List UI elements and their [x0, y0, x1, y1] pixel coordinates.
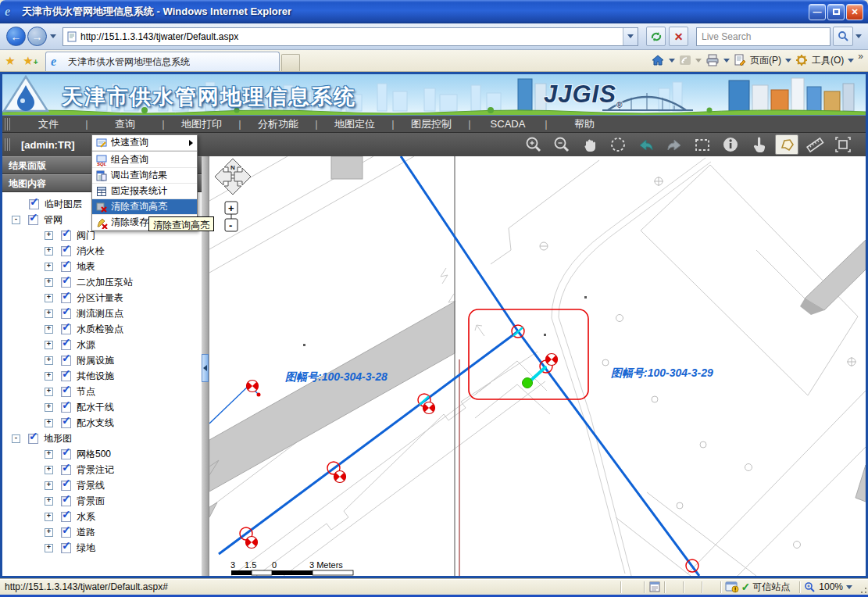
- stop-button[interactable]: ✕: [669, 27, 688, 46]
- title-bar[interactable]: e 天津市供水管网地理信息系统 - Windows Internet Explo…: [0, 0, 868, 23]
- expand-expander-icon[interactable]: +: [45, 341, 53, 349]
- back-button[interactable]: ←: [6, 27, 26, 46]
- expand-expander-icon[interactable]: +: [45, 544, 53, 552]
- layer-checkbox[interactable]: ✓: [61, 356, 71, 366]
- feeds-icon[interactable]: [679, 55, 691, 66]
- expand-expander-icon[interactable]: +: [45, 513, 53, 521]
- measure-tool[interactable]: [803, 134, 827, 155]
- layer-label[interactable]: 二次加压泵站: [77, 276, 133, 289]
- next-extent-tool[interactable]: [663, 134, 686, 155]
- search-options-icon[interactable]: [855, 34, 862, 38]
- expand-expander-icon[interactable]: +: [45, 481, 53, 490]
- menu-grip[interactable]: [5, 118, 10, 130]
- menu-scada[interactable]: SCADA: [473, 118, 543, 130]
- minimize-button[interactable]: —: [809, 4, 826, 20]
- layer-checkbox[interactable]: ✓: [61, 543, 71, 553]
- layer-label[interactable]: 水源: [77, 338, 95, 352]
- home-dropdown-icon[interactable]: [669, 59, 675, 63]
- menu-analysis[interactable]: 分析功能: [243, 117, 313, 131]
- home-icon[interactable]: [651, 54, 665, 66]
- layer-label[interactable]: 水质检验点: [77, 323, 123, 336]
- zoom-out-tool[interactable]: [550, 134, 573, 155]
- layer-checkbox[interactable]: ✓: [61, 246, 71, 256]
- rectangle-select-tool[interactable]: [691, 134, 714, 155]
- layer-label[interactable]: 测流测压点: [77, 307, 123, 320]
- page-menu-label[interactable]: 页面(P): [750, 54, 781, 67]
- layer-label[interactable]: 地表: [77, 260, 95, 273]
- layer-checkbox[interactable]: ✓: [61, 481, 71, 491]
- expand-expander-icon[interactable]: +: [45, 497, 53, 506]
- map-zoom-buttons[interactable]: + -: [225, 202, 238, 231]
- expand-expander-icon[interactable]: +: [45, 325, 53, 334]
- layer-label[interactable]: 网格500: [77, 448, 111, 461]
- new-tab-button[interactable]: [281, 54, 300, 71]
- layer-checkbox[interactable]: ✓: [61, 262, 71, 272]
- layer-label[interactable]: 背景注记: [77, 463, 114, 477]
- menu-item-fixed-reports[interactable]: 固定报表统计: [92, 184, 197, 199]
- toolstrip-grip[interactable]: [5, 138, 10, 151]
- previous-extent-tool[interactable]: [634, 134, 658, 155]
- layer-label[interactable]: 配水支线: [77, 416, 114, 430]
- layer-label[interactable]: 背景面: [77, 495, 105, 508]
- maximize-button[interactable]: [827, 4, 845, 20]
- layer-checkbox[interactable]: ✓: [61, 527, 71, 538]
- security-zone-panel[interactable]: ✓ 可信站点: [725, 581, 797, 594]
- menu-item-clear-highlight[interactable]: 清除查询高亮: [92, 199, 197, 215]
- layer-label[interactable]: 道路: [77, 526, 95, 539]
- close-button[interactable]: ✕: [846, 4, 863, 20]
- menu-query[interactable]: 查询: [90, 117, 160, 131]
- layer-label[interactable]: 绿地: [77, 542, 95, 555]
- layer-label[interactable]: 节点: [77, 385, 95, 399]
- layer-label[interactable]: 分区计量表: [77, 291, 123, 305]
- layer-checkbox[interactable]: ✓: [61, 277, 71, 288]
- layer-label[interactable]: 其他设施: [77, 370, 114, 383]
- expand-expander-icon[interactable]: +: [45, 388, 53, 396]
- expand-expander-icon[interactable]: +: [45, 247, 53, 256]
- expand-expander-icon[interactable]: +: [45, 231, 53, 240]
- select-tool[interactable]: [747, 134, 770, 155]
- expand-expander-icon[interactable]: +: [45, 278, 53, 287]
- layer-checkbox[interactable]: ✓: [61, 512, 71, 522]
- zoom-control[interactable]: 100%: [804, 581, 852, 593]
- expand-expander-icon[interactable]: +: [45, 450, 53, 459]
- search-input[interactable]: Live Search: [696, 27, 830, 46]
- identify-tool[interactable]: [719, 134, 742, 155]
- layer-label[interactable]: 消火栓: [77, 245, 105, 258]
- layer-checkbox[interactable]: ✓: [28, 434, 38, 444]
- layer-label[interactable]: 配水干线: [77, 401, 114, 414]
- expand-expander-icon[interactable]: +: [45, 419, 53, 427]
- layer-checkbox[interactable]: ✓: [61, 465, 71, 475]
- expand-expander-icon[interactable]: +: [45, 263, 53, 271]
- layer-label[interactable]: 附属设施: [77, 354, 114, 367]
- address-field[interactable]: http://151.1.3.143/tjwater/Default.aspx: [63, 27, 638, 46]
- print-dropdown-icon[interactable]: [723, 59, 730, 63]
- layer-checkbox[interactable]: ✓: [61, 324, 71, 334]
- menu-item-recall-results[interactable]: 调出查询结果: [92, 168, 197, 184]
- pan-tool[interactable]: [578, 134, 602, 155]
- active-tab[interactable]: e 天津市供水管网地理信息系统: [45, 52, 280, 71]
- toolbar-overflow-chevron[interactable]: »: [858, 51, 863, 62]
- zoom-dropdown-icon[interactable]: [846, 585, 852, 589]
- layer-label[interactable]: 背景线: [77, 479, 105, 492]
- expand-expander-icon[interactable]: +: [45, 309, 53, 318]
- forward-button[interactable]: →: [27, 27, 47, 46]
- search-button[interactable]: [833, 27, 853, 46]
- layer-checkbox[interactable]: ✓: [61, 496, 71, 506]
- circle-select-tool[interactable]: [606, 134, 630, 155]
- tools-menu-label[interactable]: 工具(O): [812, 54, 844, 67]
- layer-checkbox[interactable]: ✓: [61, 309, 71, 319]
- layer-checkbox[interactable]: ✓: [61, 387, 71, 397]
- collapse-expander-icon[interactable]: -: [12, 434, 20, 443]
- layer-checkbox[interactable]: ✓: [61, 418, 71, 428]
- polygon-select-tool[interactable]: [775, 134, 798, 155]
- expand-expander-icon[interactable]: +: [45, 403, 53, 412]
- layer-label[interactable]: 地形图: [44, 432, 72, 445]
- layer-label[interactable]: 临时图层: [45, 198, 82, 211]
- expand-expander-icon[interactable]: +: [45, 294, 53, 302]
- full-extent-tool[interactable]: [831, 134, 855, 155]
- map-canvas[interactable]: 图幅号:100-304-3-28 图幅号:100-304-3-29 3 1.5 …: [209, 156, 866, 576]
- tools-dropdown-icon[interactable]: [848, 59, 854, 63]
- layer-checkbox[interactable]: ✓: [61, 402, 71, 413]
- collapse-expander-icon[interactable]: -: [12, 216, 20, 224]
- page-menu-icon[interactable]: [734, 54, 746, 66]
